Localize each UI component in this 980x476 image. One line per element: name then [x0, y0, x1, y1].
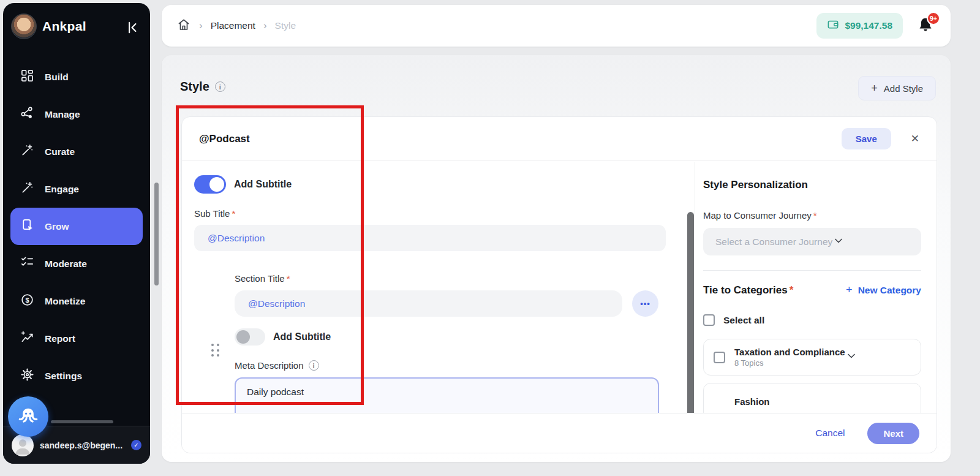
card-footer: Cancel Next — [182, 413, 937, 453]
form-scrollbar[interactable] — [687, 212, 694, 413]
drag-handle[interactable] — [211, 344, 219, 357]
sidebar-vertical-scrollbar[interactable] — [154, 183, 159, 285]
sidebar-item-report[interactable]: Report — [10, 320, 143, 357]
next-button[interactable]: Next — [867, 423, 919, 444]
svg-text:$: $ — [25, 297, 29, 304]
breadcrumb-placement[interactable]: Placement — [211, 20, 255, 31]
section-add-subtitle-toggle-row: Add Subtitle — [235, 328, 331, 346]
breadcrumb-style: Style — [275, 20, 296, 31]
sidebar-item-label: Report — [45, 333, 75, 344]
sidebar-nav: Build Manage Curate Engage Grow Moderate — [3, 58, 150, 395]
sidebar-item-label: Curate — [45, 146, 75, 157]
category-name: Taxation and Compliance — [734, 347, 845, 357]
sidebar-item-build[interactable]: Build — [10, 58, 143, 96]
sidebar-item-label: Build — [45, 72, 69, 83]
breadcrumb: › Placement › Style — [176, 17, 296, 34]
meta-description-label: Meta Description — [235, 360, 304, 371]
sidebar-item-monetize[interactable]: $ Monetize — [10, 282, 143, 320]
style-editor-card: @Podcast Save ✕ Add Subtitle Sub Title* … — [181, 116, 937, 453]
close-icon[interactable]: ✕ — [911, 132, 919, 145]
user-email: sandeep.s@begen... — [40, 440, 123, 450]
checklist-icon — [20, 255, 34, 272]
plus-icon: + — [871, 82, 878, 95]
chevron-down-icon — [832, 235, 845, 249]
journey-label: Map to Consumer Journey* — [703, 210, 921, 221]
wallet-icon — [827, 18, 839, 33]
style-personalization-panel: Style Personalization Map to Consumer Jo… — [695, 162, 937, 413]
trend-chart-icon — [20, 330, 34, 347]
breadcrumb-separator: › — [199, 20, 203, 32]
category-topics-count: 8 Topics — [734, 358, 845, 368]
verified-badge-icon: ✓ — [131, 440, 141, 450]
gear-icon — [20, 368, 34, 384]
breadcrumb-separator: › — [263, 20, 267, 32]
bell-icon — [916, 26, 935, 37]
sidebar-item-label: Engage — [45, 184, 79, 195]
sidebar-header: Ankpal — [3, 3, 150, 51]
toggle-label: Add Subtitle — [234, 179, 292, 190]
meta-description-label-row: Meta Description i — [235, 360, 319, 371]
chevron-down-icon[interactable] — [845, 350, 858, 365]
sidebar-item-grow[interactable]: Grow — [10, 208, 143, 245]
categories-title: Tie to Categories* — [703, 284, 793, 297]
category-card-fashion[interactable]: Fashion — [703, 383, 921, 413]
app-title: Ankpal — [42, 19, 86, 34]
required-asterisk: * — [287, 273, 290, 284]
sidebar-item-manage[interactable]: Manage — [10, 96, 143, 133]
sidebar-item-curate[interactable]: Curate — [10, 133, 143, 170]
wallet-balance: $99,147.58 — [845, 20, 892, 31]
user-avatar — [12, 434, 34, 456]
select-all-checkbox[interactable] — [703, 314, 715, 326]
meta-description-textarea[interactable]: Daily podcast — [235, 377, 659, 413]
section-title-label: Section Title* — [235, 273, 290, 284]
sub-title-input[interactable] — [194, 225, 666, 251]
info-icon[interactable]: i — [215, 81, 225, 92]
select-all-row: Select all — [703, 314, 921, 326]
consumer-journey-select[interactable]: Select a Consumer Journey — [703, 228, 921, 255]
sidebar-item-moderate[interactable]: Moderate — [10, 245, 143, 282]
add-subtitle-toggle-row: Add Subtitle — [194, 175, 292, 194]
home-icon[interactable] — [176, 17, 191, 34]
plus-icon: + — [846, 284, 853, 297]
category-card-taxation[interactable]: Taxation and Compliance 8 Topics — [703, 339, 921, 376]
section-title-input[interactable] — [235, 290, 622, 317]
sidebar-item-label: Moderate — [45, 259, 87, 270]
page-title-row: Style i — [180, 80, 225, 94]
workspace-avatar[interactable] — [11, 13, 37, 39]
sidebar-item-settings[interactable]: Settings — [10, 357, 143, 395]
sidebar-item-label: Grow — [45, 221, 69, 232]
style-form: Add Subtitle Sub Title* Section Title* •… — [194, 162, 684, 413]
sidebar-item-label: Monetize — [45, 296, 85, 307]
category-texts: Taxation and Compliance 8 Topics — [734, 347, 845, 368]
collapse-sidebar-icon[interactable] — [124, 20, 140, 36]
notifications-button[interactable]: 9+ — [916, 15, 936, 36]
dollar-circle-icon: $ — [20, 293, 34, 309]
save-button[interactable]: Save — [842, 128, 891, 149]
category-name: Fashion — [734, 396, 770, 407]
sidebar-item-engage[interactable]: Engage — [10, 170, 143, 208]
grid-icon — [20, 69, 34, 85]
card-body: Add Subtitle Sub Title* Section Title* •… — [182, 162, 937, 413]
select-placeholder: Select a Consumer Journey — [715, 236, 832, 247]
category-texts: Fashion — [734, 396, 770, 407]
section-add-subtitle-toggle[interactable] — [235, 328, 265, 346]
more-options-button[interactable]: ••• — [632, 290, 658, 317]
sub-title-label: Sub Title* — [194, 208, 235, 219]
new-category-button[interactable]: + New Category — [846, 284, 921, 297]
notification-count-badge: 9+ — [927, 12, 940, 25]
new-category-label: New Category — [858, 285, 921, 296]
page-title: Style — [180, 80, 209, 94]
add-style-button[interactable]: + Add Style — [858, 76, 936, 100]
toggle-label: Add Subtitle — [273, 331, 331, 342]
cancel-button[interactable]: Cancel — [815, 428, 845, 439]
main-panel: Style i + Add Style @Podcast Save ✕ Add … — [162, 55, 951, 462]
add-subtitle-toggle[interactable] — [194, 175, 226, 194]
wallet-balance-pill[interactable]: $99,147.58 — [816, 13, 903, 39]
category-checkbox[interactable] — [714, 352, 725, 363]
required-asterisk: * — [813, 210, 817, 221]
assistant-octopus-button[interactable] — [8, 396, 48, 437]
info-icon[interactable]: i — [309, 360, 319, 371]
sidebar-horizontal-scrollbar[interactable] — [51, 420, 113, 423]
magic-wand-icon — [20, 181, 34, 197]
topbar-right: $99,147.58 9+ — [816, 13, 936, 39]
